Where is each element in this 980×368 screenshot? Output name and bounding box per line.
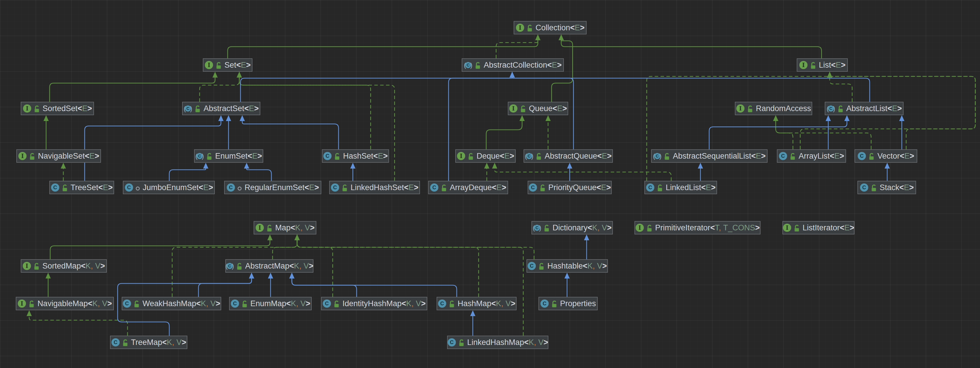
svg-text:I: I <box>519 24 521 31</box>
node-regular-enum-set[interactable]: CRegularEnumSet<E> <box>224 181 321 194</box>
type-parameter: V <box>95 262 100 270</box>
node-enum-map[interactable]: CEnumMap<K, V> <box>229 297 312 310</box>
public-visibility-icon <box>33 105 40 113</box>
node-queue[interactable]: IQueue<E> <box>508 102 568 115</box>
public-visibility-icon <box>663 152 670 160</box>
node-hash-map[interactable]: CHashMap<K, V> <box>437 297 517 310</box>
type-parameter: V <box>305 224 310 232</box>
class-name: LinkedList <box>666 183 701 192</box>
node-hashtable[interactable]: CHashtable<K, V> <box>527 259 608 273</box>
type-parameter: V <box>102 299 107 308</box>
class-icon: C <box>323 152 332 160</box>
arrowhead-enumset-abstractset <box>226 115 231 121</box>
node-label: Hashtable<K, V> <box>547 262 607 271</box>
class-icon: C <box>226 183 235 192</box>
arrowhead-deque-queue <box>519 115 525 121</box>
node-tree-map[interactable]: CTreeMap<K, V> <box>110 336 187 349</box>
node-array-deque[interactable]: CArrayDeque<E> <box>428 181 508 194</box>
type-parameter: V <box>301 299 306 308</box>
class-name: HashSet <box>343 152 373 160</box>
node-set[interactable]: ISet<E> <box>203 58 253 72</box>
node-label: Dictionary<K, V> <box>552 224 612 232</box>
node-abstract-set[interactable]: (C)AbstractSet<E> <box>182 102 260 115</box>
generic-close-bracket: > <box>309 262 313 270</box>
public-visibility-icon <box>536 152 542 160</box>
generic-close-bracket: > <box>421 299 426 308</box>
node-priority-queue[interactable]: CPriorityQueue<E> <box>528 181 612 194</box>
class-name: PriorityQueue <box>548 183 597 192</box>
node-abstract-list[interactable]: (C)AbstractList<E> <box>825 102 904 115</box>
type-parameter-comma: , <box>206 299 208 308</box>
node-label: WeakHashMap<K, V> <box>142 299 220 308</box>
node-label: Queue<E> <box>529 104 567 113</box>
node-linked-hash-map[interactable]: CLinkedHashMap<K, V> <box>447 336 548 349</box>
node-abstract-collection[interactable]: (C)AbstractCollection<E> <box>462 58 564 72</box>
node-icons: (C) <box>184 104 201 113</box>
generic-open-bracket: < <box>552 104 557 113</box>
public-visibility-icon <box>241 300 248 308</box>
public-visibility-icon <box>539 184 546 192</box>
node-properties[interactable]: CProperties <box>538 297 598 310</box>
node-label: EnumSet<E> <box>215 152 262 161</box>
node-linked-list[interactable]: CLinkedList<E> <box>644 181 717 194</box>
node-tree-set[interactable]: CTreeSet<E> <box>49 181 114 194</box>
type-parameter: K <box>92 299 98 308</box>
generic-close-bracket: > <box>755 224 760 232</box>
type-parameter: E <box>504 152 509 160</box>
diagram-canvas[interactable]: ICollection<E>ISet<E>(C)AbstractCollecti… <box>0 0 980 368</box>
generic-open-bracket: < <box>196 299 201 308</box>
type-parameter: K <box>294 262 299 270</box>
class-name: NavigableMap <box>37 299 88 308</box>
class-name: ArrayDeque <box>450 183 492 192</box>
node-abstract-map[interactable]: (C)AbstractMap<K, V> <box>225 259 313 273</box>
public-visibility-icon <box>868 152 875 160</box>
node-icons: I <box>516 23 533 32</box>
node-array-list[interactable]: CArrayList<E> <box>777 149 846 163</box>
node-vector[interactable]: CVector<E> <box>854 149 917 163</box>
node-random-access[interactable]: IRandomAccess <box>735 102 812 115</box>
node-deque[interactable]: IDeque<E> <box>455 149 516 163</box>
arrowhead-treemap-abstractmap <box>249 273 254 279</box>
type-parameter-comma: , <box>299 262 301 270</box>
class-name: AbstractMap <box>245 262 290 270</box>
type-parameter: K <box>295 224 300 232</box>
interface-icon: I <box>736 104 745 113</box>
node-enum-set[interactable]: (C)EnumSet<E> <box>194 149 263 163</box>
arrowhead-vector-abstractlist <box>899 115 904 121</box>
node-dictionary[interactable]: (C)Dictionary<K, V> <box>531 221 613 235</box>
generic-open-bracket: < <box>587 224 592 232</box>
generic-close-bracket: > <box>100 262 105 270</box>
type-parameter: E <box>89 152 95 160</box>
edge-abstractmap-map <box>272 240 297 259</box>
public-visibility-icon <box>122 339 129 346</box>
node-collection[interactable]: ICollection<E> <box>514 21 587 35</box>
public-visibility-icon <box>334 152 340 160</box>
node-weak-hash-map[interactable]: CWeakHashMap<K, V> <box>122 297 221 310</box>
public-visibility-icon <box>333 300 340 308</box>
node-list[interactable]: IList<E> <box>797 58 848 72</box>
node-stack[interactable]: CStack<E> <box>858 181 916 194</box>
node-abstract-queue[interactable]: (C)AbstractQueue<E> <box>523 149 613 163</box>
node-icons: I <box>799 61 816 70</box>
class-name: RegularEnumSet <box>245 183 305 192</box>
svg-text:C: C <box>829 106 832 111</box>
generic-open-bracket: < <box>524 338 529 347</box>
node-primitive-iterator[interactable]: IPrimitiveIterator<T, T_CONS> <box>635 221 760 235</box>
node-navigable-map[interactable]: INavigableMap<K, V> <box>16 297 114 310</box>
type-parameter: E <box>844 224 850 232</box>
node-sorted-set[interactable]: ISortedSet<E> <box>21 102 94 115</box>
node-linked-hash-set[interactable]: CLinkedHashSet<E> <box>329 181 420 194</box>
arrowhead-hashset-abstractset <box>240 115 245 121</box>
svg-text:I: I <box>802 62 805 68</box>
node-sorted-map[interactable]: ISortedMap<K, V> <box>21 259 107 273</box>
arrowhead-hashmap-abstractmap <box>289 273 294 279</box>
node-identity-hash-map[interactable]: CIdentityHashMap<K, V> <box>321 297 427 310</box>
node-map[interactable]: IMap<K, V> <box>254 221 317 235</box>
arrowhead-linkedlist-abstractsequentiallist <box>698 163 703 168</box>
node-abstract-sequential-list[interactable]: (C)AbstractSequentialList<E> <box>651 149 768 163</box>
node-hash-set[interactable]: CHashSet<E> <box>322 149 389 163</box>
node-navigable-set[interactable]: INavigableSet<E> <box>16 149 101 163</box>
public-visibility-icon <box>474 61 481 69</box>
node-list-iterator[interactable]: IListIterator<E> <box>783 221 854 235</box>
node-jumbo-enum-set[interactable]: CJumboEnumSet<E> <box>123 181 215 194</box>
